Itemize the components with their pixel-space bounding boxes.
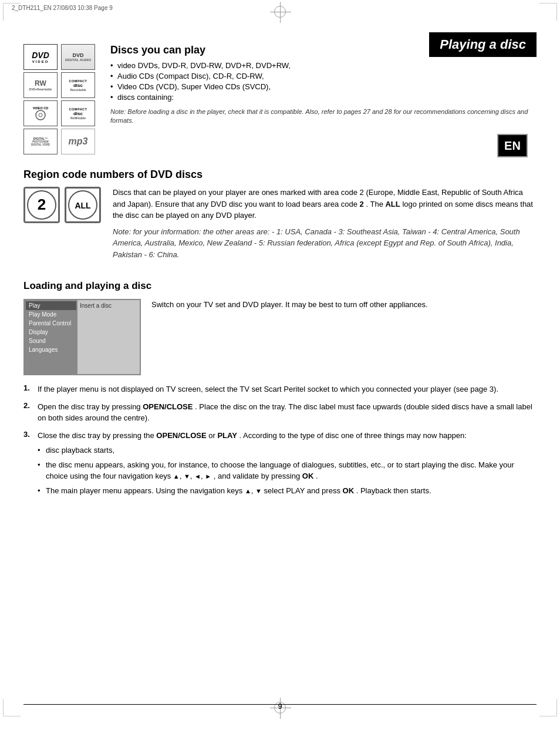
page-container: 2_DTH211_EN 27/08/03 10:38 Page 9 Playin… — [0, 0, 560, 737]
region-text2: . The — [366, 200, 383, 208]
region-note: Note: for your information: the other ar… — [113, 226, 537, 261]
step-2-content: Open the disc tray by pressing OPEN/CLOS… — [38, 401, 537, 424]
mp3-logo: mp3 — [61, 129, 95, 154]
disc-logos-grid: DVD VIDEO DVD DIGITAL AUDIO RW DVD+Rewri… — [23, 44, 100, 154]
bullet-2: the disc menu appears, asking you, for i… — [38, 459, 537, 482]
loading-intro: Play Play Mode Parental Control Display … — [23, 299, 537, 375]
step-1-text: If the player menu is not displayed on T… — [38, 385, 498, 393]
comma4: , — [251, 486, 254, 495]
nav-key-down: ▼ — [184, 473, 190, 480]
loading-heading: Loading and playing a disc — [23, 280, 537, 292]
disc-list-item: discs containing: — [110, 93, 537, 102]
tv-menu-languages: Languages — [26, 345, 76, 354]
region-content: 2 ALL Discs that can be played on your p… — [23, 187, 537, 264]
nav-key-left: ◄ — [194, 473, 201, 480]
tv-menu-parental: Parental Control — [26, 319, 76, 328]
tv-menu-insert-label: Insert a disc — [80, 302, 112, 309]
region-bold1: 2 — [360, 200, 364, 208]
bullet-3: The main player menu appears. Using the … — [38, 485, 537, 497]
page-number: 9 — [278, 702, 282, 711]
nav-key-up2: ▲ — [245, 487, 251, 494]
comma2: , — [190, 472, 193, 480]
bullet-3-select: select PLAY and press — [264, 486, 340, 495]
main-content: DVD VIDEO DVD DIGITAL AUDIO RW DVD+Rewri… — [23, 32, 537, 505]
section-region: Region code numbers of DVD discs 2 — [23, 169, 537, 264]
video-cd-logo: VIDEO CD — [23, 100, 58, 126]
step-3-text3: . According to the type of disc one of t… — [239, 431, 467, 440]
step-2-number: 2. — [23, 401, 34, 410]
corner-mark-tr — [539, 3, 557, 21]
step-3-text: Close the disc tray by pressing the — [38, 431, 154, 440]
steps-list: 1. If the player menu is not displayed o… — [23, 383, 537, 499]
step-2: 2. Open the disc tray by pressing OPEN/C… — [23, 401, 537, 424]
region-logos: 2 ALL — [23, 187, 101, 223]
tv-menu-display: Display — [26, 328, 76, 336]
tv-menu-sidebar: Play Play Mode Parental Control Display … — [25, 300, 77, 374]
region-2-logo: 2 — [23, 187, 60, 223]
comma1: , — [180, 472, 182, 480]
dvd-video-logo: DVD VIDEO — [23, 44, 58, 70]
region-bold2: ALL — [385, 200, 400, 208]
registration-mark-top — [274, 6, 286, 18]
bullet-2-ok: OK — [302, 472, 314, 480]
dvd-rw-logo: DVD DIGITAL AUDIO — [61, 44, 95, 70]
dvdrw-rewritable-logo: RW DVD+Rewritable — [23, 72, 58, 98]
step-2-text: Open the disc tray by pressing — [38, 402, 141, 411]
loading-intro-p: Switch on your TV set and DVD player. It… — [151, 299, 428, 311]
step-3-number: 3. — [23, 430, 34, 439]
corner-mark-br — [539, 699, 557, 716]
tv-menu-playmode: Play Mode — [26, 310, 76, 319]
discs-heading: Discs you can play — [110, 44, 537, 56]
nav-key-up: ▲ — [173, 473, 180, 480]
bullet-3-pre: The main player menu appears. Using the … — [46, 486, 242, 495]
tv-menu-play: Play — [26, 301, 76, 310]
bullet-3-end: . Playback then starts. — [356, 486, 431, 495]
svg-text:2: 2 — [38, 196, 46, 213]
header-bar: 2_DTH211_EN 27/08/03 10:38 Page 9 — [12, 5, 113, 11]
svg-point-1 — [39, 113, 42, 117]
nav-key-right: ► — [205, 473, 211, 480]
bullet-2-and: , and validate by pressing — [214, 472, 300, 480]
step-3-bold1: OPEN/CLOSE — [156, 431, 206, 440]
region-paragraph: Discs that can be played on your player … — [113, 187, 537, 221]
disc-list: video DVDs, DVD-R, DVD-RW, DVD+R, DVD+RW… — [110, 61, 537, 102]
comma3: , — [201, 472, 203, 480]
disc-note: Note: Before loading a disc in the playe… — [110, 107, 537, 126]
tv-menu-mockup: Play Play Mode Parental Control Display … — [23, 299, 141, 375]
bullet-3-ok: OK — [343, 486, 355, 495]
bullet-2-end: . — [316, 472, 318, 480]
tv-menu-sound: Sound — [26, 336, 76, 345]
step-3-content: Close the disc tray by pressing the OPEN… — [38, 430, 537, 500]
region-text: Discs that can be played on your player … — [113, 187, 537, 264]
step-1-number: 1. — [23, 383, 34, 392]
disc-list-item: Audio CDs (Compact Disc), CD-R, CD-RW, — [110, 72, 537, 80]
section-discs: DVD VIDEO DVD DIGITAL AUDIO RW DVD+Rewri… — [23, 44, 537, 154]
step-3-bullets: disc playback starts, the disc menu appe… — [38, 445, 537, 496]
corner-mark-bl — [3, 699, 21, 716]
digital-photoview-logo: DIGITAL™ PHOTOVIEW DIGITAL VORD — [23, 129, 58, 154]
disc-list-item: Video CDs (VCD), Super Video CDs (SVCD), — [110, 82, 537, 91]
disc-list-item: video DVDs, DVD-R, DVD-RW, DVD+R, DVD+RW… — [110, 61, 537, 70]
region-heading: Region code numbers of DVD discs — [23, 169, 537, 181]
step-3-bold2: PLAY — [217, 431, 237, 440]
region-all-logo: ALL — [65, 187, 101, 223]
svg-text:ALL: ALL — [75, 201, 91, 210]
step-1: 1. If the player menu is not displayed o… — [23, 383, 537, 395]
compact-disc-logo: COMPACT disc Recordable — [61, 72, 95, 98]
step-3: 3. Close the disc tray by pressing the O… — [23, 430, 537, 500]
disc-text-content: Discs you can play video DVDs, DVD-R, DV… — [110, 44, 537, 154]
bullet-1: disc playback starts, — [38, 445, 537, 456]
section-loading: Loading and playing a disc Play Play Mod… — [23, 280, 537, 499]
step-3-or: or — [208, 431, 215, 440]
tv-menu-main-area: Insert a disc — [77, 300, 140, 374]
compact-disc-recordable-logo: COMPACT disc ReWritable — [61, 100, 95, 126]
step-1-content: If the player menu is not displayed on T… — [38, 383, 498, 395]
step-2-bold: OPEN/CLOSE — [143, 402, 193, 411]
loading-intro-text: Switch on your TV set and DVD player. It… — [151, 299, 428, 311]
svg-point-0 — [36, 110, 45, 120]
nav-key-down2: ▼ — [255, 487, 262, 494]
